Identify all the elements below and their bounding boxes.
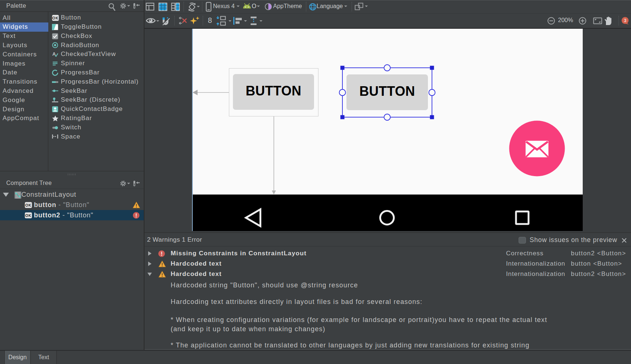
svg-text:OK: OK bbox=[25, 203, 32, 207]
svg-text:OK: OK bbox=[52, 16, 59, 20]
svg-text:OK: OK bbox=[25, 213, 32, 217]
svg-text:3: 3 bbox=[624, 18, 627, 23]
